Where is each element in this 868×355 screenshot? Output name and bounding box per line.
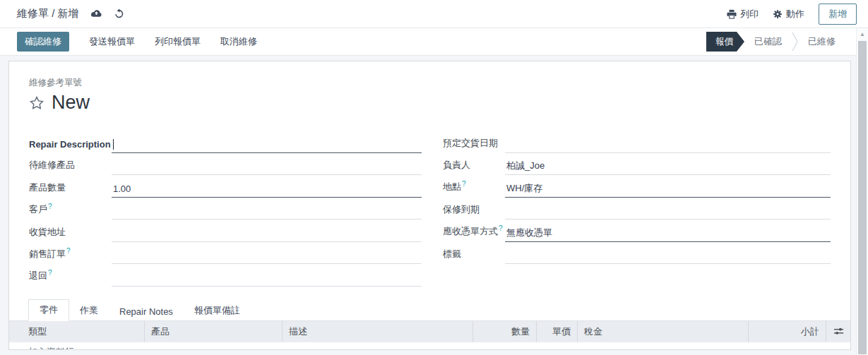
- help-icon: ?: [499, 224, 503, 232]
- delivery-address-input[interactable]: [112, 228, 422, 242]
- tags-label: 標籤: [443, 248, 505, 264]
- tags-input[interactable]: [505, 250, 831, 264]
- undo-icon[interactable]: [114, 8, 124, 19]
- customer-label: 客戶?: [29, 203, 112, 219]
- status-step-repaired[interactable]: 已維修: [798, 35, 845, 48]
- return-label: 退回?: [29, 269, 112, 286]
- tab-repair-notes[interactable]: Repair Notes: [109, 303, 184, 321]
- invoice-method-label: 應收憑單方式?: [443, 224, 505, 241]
- column-header-subtotal: 小計: [749, 321, 826, 342]
- product-quantity-label: 產品數量: [29, 181, 112, 198]
- page-title[interactable]: New: [52, 92, 90, 114]
- print-label: 列印: [740, 8, 759, 20]
- field-row: 收貨地址: [29, 219, 422, 242]
- customer-input[interactable]: [112, 205, 422, 219]
- return-input[interactable]: [112, 272, 422, 287]
- field-row: 應收憑單方式? 無應收憑單: [443, 219, 831, 242]
- responsible-input[interactable]: 柏誠_Joe: [505, 160, 831, 175]
- column-header-taxes: 稅金: [578, 321, 749, 342]
- breadcrumb[interactable]: 維修單 / 新增: [17, 7, 79, 20]
- field-row: 地點? WH/庫存: [443, 175, 831, 198]
- sale-order-label: 銷售訂單?: [29, 247, 112, 264]
- repair-description-input[interactable]: [112, 139, 422, 153]
- cancel-repair-button[interactable]: 取消維修: [220, 32, 257, 52]
- page-background: 維修參考單號 New Repair Description: [0, 56, 868, 355]
- field-row: 銷售訂單?: [29, 242, 422, 265]
- repair-order-form-sheet: 維修參考單號 New Repair Description: [8, 61, 851, 350]
- print-button[interactable]: 列印: [727, 8, 759, 20]
- printer-icon: [727, 9, 737, 19]
- send-quotation-button[interactable]: 發送報價單: [89, 32, 135, 52]
- text-caret: [113, 139, 114, 150]
- field-row: 負責人 柏誠_Joe: [443, 153, 831, 176]
- column-header-description: 描述: [283, 321, 473, 342]
- tab-operations[interactable]: 作業: [69, 301, 109, 321]
- chevron-right-icon: [792, 32, 798, 52]
- help-icon: ?: [48, 269, 52, 277]
- star-icon[interactable]: [29, 95, 44, 111]
- tab-parts[interactable]: 零件: [28, 299, 69, 321]
- action-bar: 確認維修 發送報價單 列印報價單 取消維修 報價 已確認 已維修: [0, 28, 868, 56]
- column-header-quantity: 數量: [473, 321, 537, 342]
- action-menu-button[interactable]: 動作: [773, 8, 804, 20]
- vertical-scrollbar[interactable]: ▲: [856, 28, 868, 355]
- sliders-icon: [833, 326, 844, 337]
- product-to-repair-input[interactable]: [112, 161, 422, 175]
- tab-quotation-notes[interactable]: 報價單備註: [184, 301, 251, 321]
- optional-columns-button[interactable]: [826, 321, 850, 342]
- field-row: 保修到期: [443, 198, 831, 220]
- help-icon: ?: [66, 247, 71, 255]
- invoice-method-input[interactable]: 無應收憑單: [505, 227, 831, 242]
- scheduled-date-label: 預定交貨日期: [443, 137, 505, 153]
- scrollbar-up-arrow-icon[interactable]: ▲: [857, 28, 868, 40]
- form-fields: Repair Description 待維修產品 產品數量 1.00 客戶?: [29, 131, 831, 287]
- location-label: 地點?: [443, 180, 505, 197]
- print-quotation-button[interactable]: 列印報價單: [155, 32, 201, 52]
- field-row: 退回?: [29, 264, 422, 287]
- product-to-repair-label: 待維修產品: [29, 159, 112, 175]
- status-step-confirmed[interactable]: 已確認: [744, 35, 792, 48]
- top-bar: 維修單 / 新增 列印: [0, 0, 868, 28]
- help-icon: ?: [462, 180, 466, 188]
- field-row: 預定交貨日期: [443, 131, 831, 153]
- lines-table-header: 類型 產品 描述 數量 單價 稅金 小計: [9, 321, 850, 342]
- status-pipeline: 報價 已確認 已維修: [706, 31, 845, 52]
- cloud-upload-icon[interactable]: [90, 8, 102, 19]
- sale-order-input[interactable]: [112, 250, 422, 264]
- warranty-expiration-input[interactable]: [505, 205, 831, 219]
- field-row: Repair Description: [29, 131, 422, 153]
- field-row: 待維修產品: [29, 153, 422, 176]
- column-header-type: 類型: [9, 321, 145, 342]
- help-icon: ?: [48, 203, 52, 210]
- repair-description-label: Repair Description: [29, 139, 112, 153]
- scrollbar-thumb[interactable]: [858, 41, 867, 354]
- new-button[interactable]: 新增: [819, 4, 857, 25]
- confirm-repair-button[interactable]: 確認維修: [17, 32, 69, 52]
- location-input[interactable]: WH/庫存: [505, 182, 831, 198]
- field-row: 客戶?: [29, 198, 422, 220]
- gear-icon: [773, 9, 783, 19]
- reference-label: 維修參考單號: [29, 77, 831, 89]
- scheduled-date-input[interactable]: [505, 139, 831, 153]
- column-header-unit-price: 單價: [537, 321, 578, 342]
- action-label: 動作: [786, 8, 804, 20]
- warranty-expiration-label: 保修到期: [443, 203, 505, 219]
- field-row: 標籤: [443, 242, 831, 265]
- field-row: 產品數量 1.00: [29, 175, 422, 198]
- notebook-tabs: 零件 作業 Repair Notes 報價單備註: [9, 301, 850, 321]
- status-step-quotation[interactable]: 報價: [706, 32, 744, 52]
- product-quantity-input[interactable]: 1.00: [112, 183, 422, 198]
- add-line-button[interactable]: 加入資料行: [9, 342, 850, 351]
- column-header-product: 產品: [145, 321, 283, 342]
- responsible-label: 負責人: [443, 159, 505, 175]
- delivery-address-label: 收貨地址: [29, 226, 112, 242]
